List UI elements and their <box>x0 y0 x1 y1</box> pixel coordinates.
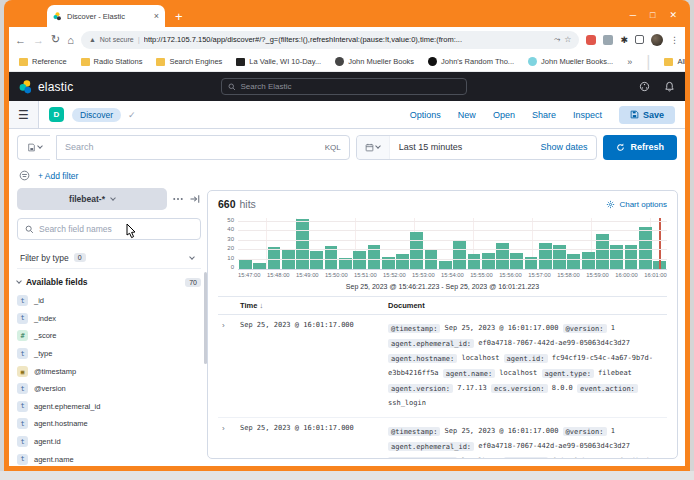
date-quick-menu-button[interactable] <box>357 136 390 159</box>
filter-by-type-select[interactable]: Filter by type 0 <box>17 247 201 269</box>
histogram-bar[interactable] <box>353 251 366 269</box>
alerts-bell-icon[interactable] <box>664 81 675 92</box>
save-button[interactable]: Save <box>619 106 675 124</box>
address-bar[interactable]: ▲ Not secure | http://172.105.7.150/app/… <box>81 31 580 49</box>
time-column-header[interactable]: Time ↓ <box>240 301 388 310</box>
histogram-bar[interactable] <box>468 254 481 269</box>
field-item[interactable]: ▦@timestamp <box>17 362 201 380</box>
space-avatar[interactable]: D <box>49 107 64 122</box>
filter-menu-icon[interactable] <box>19 170 30 181</box>
extension-shield-icon[interactable] <box>586 35 596 45</box>
sidebar-scrollbar[interactable] <box>204 272 207 364</box>
tab-close-icon[interactable]: × <box>154 11 159 21</box>
time-range-value[interactable]: Last 15 minutes <box>390 142 541 152</box>
kql-search-input[interactable]: Search KQL <box>56 135 350 160</box>
field-item[interactable]: t_index <box>17 310 201 328</box>
not-secure-label[interactable]: Not secure <box>100 36 134 43</box>
y-tick-label: 10 <box>227 255 234 261</box>
available-fields-header[interactable]: Available fields 70 <box>17 277 201 287</box>
forward-icon[interactable]: → <box>33 34 44 46</box>
folder-icon <box>156 58 165 66</box>
top-nav-link-share[interactable]: Share <box>532 110 556 120</box>
nav-menu-icon[interactable]: ☰ <box>9 101 39 128</box>
histogram-bar[interactable] <box>239 259 252 269</box>
bookmarks-overflow-icon[interactable]: » <box>627 57 632 67</box>
extension-photo-icon[interactable] <box>603 35 613 45</box>
bookmark-item[interactable]: Reference <box>19 57 67 66</box>
histogram-bar[interactable] <box>396 254 409 269</box>
histogram-bar[interactable] <box>253 263 266 269</box>
close-button[interactable]: ✕ <box>669 10 677 20</box>
bookmark-item[interactable]: Radio Stations <box>81 57 143 66</box>
histogram-bar[interactable] <box>539 243 552 269</box>
help-icon[interactable] <box>639 81 650 92</box>
field-item[interactable]: tagent.hostname <box>17 415 201 433</box>
bookmark-star-icon[interactable]: ☆ <box>564 35 571 44</box>
top-nav-link-inspect[interactable]: Inspect <box>573 110 602 120</box>
histogram-bar[interactable] <box>482 253 495 269</box>
expand-row-icon[interactable]: › <box>218 321 240 411</box>
saved-query-menu-button[interactable] <box>17 135 50 160</box>
histogram-bar[interactable] <box>582 252 595 269</box>
histogram-bar[interactable] <box>496 243 509 269</box>
field-item[interactable]: t_id <box>17 292 201 310</box>
field-name: _id <box>34 296 44 305</box>
search-field-names-input[interactable]: Search field names <box>17 218 201 240</box>
field-item[interactable]: #_score <box>17 327 201 345</box>
field-item[interactable]: tagent.ephemeral_id <box>17 398 201 416</box>
refresh-button[interactable]: Refresh <box>603 135 677 160</box>
side-panel-icon[interactable] <box>635 35 644 44</box>
field-item[interactable]: t@version <box>17 380 201 398</box>
bookmark-item[interactable]: John's Random Tho... <box>428 57 514 66</box>
plot-area[interactable] <box>238 218 667 270</box>
url-text[interactable]: http://172.105.7.150/app/discover#/?_g=(… <box>144 35 550 44</box>
global-search-input[interactable]: Search Elastic <box>221 78 467 95</box>
histogram-bar[interactable] <box>567 254 580 269</box>
hits-histogram[interactable]: 01020304050 15:47:0015:48:0015:49:0015:5… <box>218 218 667 290</box>
new-tab-button[interactable]: + <box>175 9 183 24</box>
histogram-bar[interactable] <box>439 261 452 269</box>
table-row: ›Sep 25, 2023 @ 16:01:17.000@timestamp: … <box>218 418 667 458</box>
add-filter-link[interactable]: + Add filter <box>38 171 78 181</box>
top-nav-link-new[interactable]: New <box>458 110 476 120</box>
index-options-icon[interactable] <box>172 193 184 205</box>
bookmark-item[interactable]: John Mueller Books... <box>528 57 613 66</box>
collapse-sidebar-icon[interactable] <box>189 193 201 205</box>
all-bookmarks-folder[interactable]: All Bookmarks <box>664 57 685 66</box>
maximize-button[interactable]: □ <box>650 10 655 20</box>
top-nav-link-open[interactable]: Open <box>493 110 515 120</box>
histogram-bar[interactable] <box>296 219 309 269</box>
bookmark-item[interactable]: La Valle, WI 10-Day... <box>236 57 321 66</box>
document-column-header[interactable]: Document <box>388 301 425 310</box>
bookmark-item[interactable]: John Mueller Books <box>335 57 414 66</box>
histogram-bar[interactable] <box>282 250 295 269</box>
browser-tab[interactable]: Discover - Elastic × <box>47 5 165 27</box>
histogram-bar[interactable] <box>453 241 466 269</box>
histogram-bar[interactable] <box>425 250 438 269</box>
bookmark-item[interactable]: Search Engines <box>156 57 222 66</box>
profile-avatar[interactable] <box>651 34 663 46</box>
chart-options-button[interactable]: Chart options <box>606 200 667 209</box>
elastic-logo[interactable]: elastic <box>19 80 73 94</box>
top-nav-link-options[interactable]: Options <box>410 110 441 120</box>
home-icon[interactable]: ⌂ <box>67 34 74 46</box>
doc-field-badge: agent.id: <box>504 354 548 363</box>
histogram-bar[interactable] <box>510 253 523 269</box>
kql-language-button[interactable]: KQL <box>325 143 341 152</box>
show-dates-link[interactable]: Show dates <box>540 142 596 152</box>
index-pattern-selector[interactable]: filebeat-* <box>17 188 167 210</box>
back-icon[interactable]: ← <box>15 34 26 46</box>
breadcrumb[interactable]: Discover <box>72 108 121 122</box>
x-tick-label: 15:51:00 <box>354 272 377 278</box>
share-icon[interactable]: ⤳ <box>554 35 560 45</box>
reload-icon[interactable]: ↻ <box>51 33 60 46</box>
browser-menu-icon[interactable]: ⋮ <box>670 35 679 45</box>
field-item[interactable]: t_type <box>17 345 201 363</box>
extension-pin-icon[interactable]: ✱ <box>620 35 628 45</box>
histogram-bar[interactable] <box>310 251 323 269</box>
minimize-button[interactable]: ─ <box>630 10 636 20</box>
field-item[interactable]: tagent.id <box>17 433 201 451</box>
expand-row-icon[interactable]: › <box>218 424 240 458</box>
histogram-bar[interactable] <box>410 232 423 269</box>
field-item[interactable]: tagent.name <box>17 450 201 466</box>
